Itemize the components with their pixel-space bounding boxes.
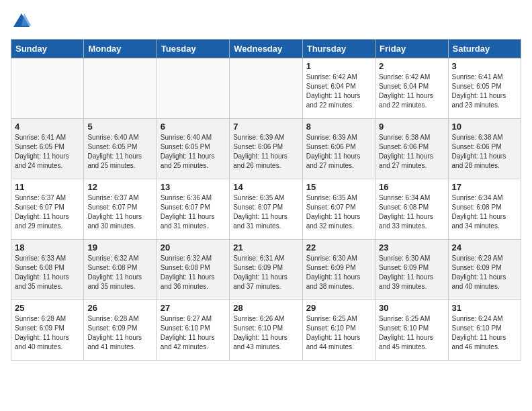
weekday-header-monday: Monday: [84, 40, 157, 58]
cell-sun-info: Sunrise: 6:28 AMSunset: 6:09 PMDaylight:…: [87, 314, 152, 352]
calendar-cell: 24Sunrise: 6:29 AMSunset: 6:09 PMDayligh…: [448, 240, 521, 300]
cell-sun-info: Sunrise: 6:24 AMSunset: 6:10 PMDaylight:…: [452, 314, 517, 352]
calendar-table: SundayMondayTuesdayWednesdayThursdayFrid…: [11, 39, 521, 361]
calendar-week-row: 18Sunrise: 6:33 AMSunset: 6:08 PMDayligh…: [11, 240, 521, 300]
svg-marker-1: [21, 13, 31, 26]
weekday-header-saturday: Saturday: [448, 40, 521, 58]
cell-sun-info: Sunrise: 6:34 AMSunset: 6:08 PMDaylight:…: [452, 193, 517, 231]
calendar-cell: [230, 58, 302, 119]
calendar-cell: 9Sunrise: 6:38 AMSunset: 6:06 PMDaylight…: [375, 119, 448, 179]
calendar-cell: 22Sunrise: 6:30 AMSunset: 6:09 PMDayligh…: [302, 240, 375, 300]
cell-sun-info: Sunrise: 6:32 AMSunset: 6:08 PMDaylight:…: [161, 254, 226, 291]
calendar-week-row: 1Sunrise: 6:42 AMSunset: 6:04 PMDaylight…: [11, 58, 521, 119]
calendar-cell: 25Sunrise: 6:28 AMSunset: 6:09 PMDayligh…: [11, 300, 84, 361]
calendar-cell: 6Sunrise: 6:40 AMSunset: 6:05 PMDaylight…: [157, 119, 229, 179]
cell-sun-info: Sunrise: 6:30 AMSunset: 6:09 PMDaylight:…: [379, 254, 444, 291]
cell-date-number: 15: [306, 182, 371, 192]
weekday-header-friday: Friday: [375, 40, 448, 58]
cell-date-number: 2: [379, 61, 444, 71]
cell-date-number: 7: [233, 122, 298, 132]
cell-sun-info: Sunrise: 6:28 AMSunset: 6:09 PMDaylight:…: [15, 314, 80, 352]
calendar-cell: 19Sunrise: 6:32 AMSunset: 6:08 PMDayligh…: [84, 240, 157, 300]
cell-date-number: 27: [161, 303, 226, 313]
cell-sun-info: Sunrise: 6:40 AMSunset: 6:05 PMDaylight:…: [87, 133, 152, 171]
calendar-cell: 16Sunrise: 6:34 AMSunset: 6:08 PMDayligh…: [375, 179, 448, 240]
cell-date-number: 31: [452, 303, 517, 313]
calendar-cell: 18Sunrise: 6:33 AMSunset: 6:08 PMDayligh…: [11, 240, 84, 300]
cell-sun-info: Sunrise: 6:38 AMSunset: 6:06 PMDaylight:…: [379, 133, 444, 171]
cell-date-number: 24: [452, 242, 517, 253]
cell-date-number: 11: [15, 182, 80, 192]
calendar-cell: 4Sunrise: 6:41 AMSunset: 6:05 PMDaylight…: [11, 119, 84, 179]
cell-sun-info: Sunrise: 6:25 AMSunset: 6:10 PMDaylight:…: [379, 314, 444, 352]
cell-sun-info: Sunrise: 6:29 AMSunset: 6:09 PMDaylight:…: [452, 254, 517, 291]
cell-sun-info: Sunrise: 6:37 AMSunset: 6:07 PMDaylight:…: [15, 193, 80, 231]
calendar-cell: 27Sunrise: 6:27 AMSunset: 6:10 PMDayligh…: [157, 300, 229, 361]
cell-date-number: 14: [233, 182, 298, 192]
cell-sun-info: Sunrise: 6:25 AMSunset: 6:10 PMDaylight:…: [306, 314, 371, 352]
weekday-header-thursday: Thursday: [302, 40, 375, 58]
calendar-cell: 28Sunrise: 6:26 AMSunset: 6:10 PMDayligh…: [230, 300, 302, 361]
cell-sun-info: Sunrise: 6:33 AMSunset: 6:08 PMDaylight:…: [15, 254, 80, 291]
weekday-header-sunday: Sunday: [11, 40, 84, 58]
cell-date-number: 21: [233, 242, 298, 253]
calendar-week-row: 11Sunrise: 6:37 AMSunset: 6:07 PMDayligh…: [11, 179, 521, 240]
cell-date-number: 3: [452, 61, 517, 71]
cell-sun-info: Sunrise: 6:41 AMSunset: 6:05 PMDaylight:…: [15, 133, 80, 171]
calendar-cell: [157, 58, 229, 119]
cell-sun-info: Sunrise: 6:37 AMSunset: 6:07 PMDaylight:…: [87, 193, 152, 231]
cell-sun-info: Sunrise: 6:26 AMSunset: 6:10 PMDaylight:…: [233, 314, 298, 352]
cell-sun-info: Sunrise: 6:41 AMSunset: 6:05 PMDaylight:…: [452, 73, 517, 110]
calendar-cell: 7Sunrise: 6:39 AMSunset: 6:06 PMDaylight…: [230, 119, 302, 179]
calendar-week-row: 25Sunrise: 6:28 AMSunset: 6:09 PMDayligh…: [11, 300, 521, 361]
cell-date-number: 22: [306, 242, 371, 253]
calendar-cell: 15Sunrise: 6:35 AMSunset: 6:07 PMDayligh…: [302, 179, 375, 240]
cell-date-number: 6: [161, 122, 226, 132]
cell-sun-info: Sunrise: 6:35 AMSunset: 6:07 PMDaylight:…: [306, 193, 371, 231]
cell-date-number: 25: [15, 303, 80, 313]
calendar-cell: 11Sunrise: 6:37 AMSunset: 6:07 PMDayligh…: [11, 179, 84, 240]
weekday-header-wednesday: Wednesday: [230, 40, 302, 58]
cell-date-number: 12: [87, 182, 152, 192]
cell-sun-info: Sunrise: 6:36 AMSunset: 6:07 PMDaylight:…: [161, 193, 226, 231]
calendar-cell: 13Sunrise: 6:36 AMSunset: 6:07 PMDayligh…: [157, 179, 229, 240]
calendar-cell: 3Sunrise: 6:41 AMSunset: 6:05 PMDaylight…: [448, 58, 521, 119]
cell-sun-info: Sunrise: 6:42 AMSunset: 6:04 PMDaylight:…: [379, 73, 444, 110]
cell-sun-info: Sunrise: 6:40 AMSunset: 6:05 PMDaylight:…: [161, 133, 226, 171]
cell-date-number: 17: [452, 182, 517, 192]
cell-sun-info: Sunrise: 6:38 AMSunset: 6:06 PMDaylight:…: [452, 133, 517, 171]
calendar-cell: 17Sunrise: 6:34 AMSunset: 6:08 PMDayligh…: [448, 179, 521, 240]
cell-sun-info: Sunrise: 6:31 AMSunset: 6:09 PMDaylight:…: [233, 254, 298, 291]
calendar-cell: 5Sunrise: 6:40 AMSunset: 6:05 PMDaylight…: [84, 119, 157, 179]
cell-sun-info: Sunrise: 6:35 AMSunset: 6:07 PMDaylight:…: [233, 193, 298, 231]
cell-sun-info: Sunrise: 6:27 AMSunset: 6:10 PMDaylight:…: [161, 314, 226, 352]
cell-date-number: 16: [379, 182, 444, 192]
cell-date-number: 28: [233, 303, 298, 313]
cell-sun-info: Sunrise: 6:32 AMSunset: 6:08 PMDaylight:…: [87, 254, 152, 291]
cell-sun-info: Sunrise: 6:30 AMSunset: 6:09 PMDaylight:…: [306, 254, 371, 291]
cell-date-number: 20: [161, 242, 226, 253]
calendar-cell: 26Sunrise: 6:28 AMSunset: 6:09 PMDayligh…: [84, 300, 157, 361]
logo-icon: [11, 11, 32, 32]
calendar-cell: 10Sunrise: 6:38 AMSunset: 6:06 PMDayligh…: [448, 119, 521, 179]
calendar-cell: 12Sunrise: 6:37 AMSunset: 6:07 PMDayligh…: [84, 179, 157, 240]
cell-date-number: 4: [15, 122, 80, 132]
calendar-cell: 14Sunrise: 6:35 AMSunset: 6:07 PMDayligh…: [230, 179, 302, 240]
cell-date-number: 26: [87, 303, 152, 313]
cell-date-number: 29: [306, 303, 371, 313]
cell-date-number: 23: [379, 242, 444, 253]
calendar-cell: 20Sunrise: 6:32 AMSunset: 6:08 PMDayligh…: [157, 240, 229, 300]
calendar-cell: 2Sunrise: 6:42 AMSunset: 6:04 PMDaylight…: [375, 58, 448, 119]
cell-date-number: 5: [87, 122, 152, 132]
cell-date-number: 30: [379, 303, 444, 313]
cell-sun-info: Sunrise: 6:42 AMSunset: 6:04 PMDaylight:…: [306, 73, 371, 110]
calendar-cell: 21Sunrise: 6:31 AMSunset: 6:09 PMDayligh…: [230, 240, 302, 300]
calendar-cell: [11, 58, 84, 119]
calendar-cell: 8Sunrise: 6:39 AMSunset: 6:06 PMDaylight…: [302, 119, 375, 179]
cell-date-number: 10: [452, 122, 517, 132]
calendar-cell: 23Sunrise: 6:30 AMSunset: 6:09 PMDayligh…: [375, 240, 448, 300]
calendar-cell: [84, 58, 157, 119]
cell-date-number: 9: [379, 122, 444, 132]
cell-sun-info: Sunrise: 6:39 AMSunset: 6:06 PMDaylight:…: [306, 133, 371, 171]
cell-date-number: 18: [15, 242, 80, 253]
